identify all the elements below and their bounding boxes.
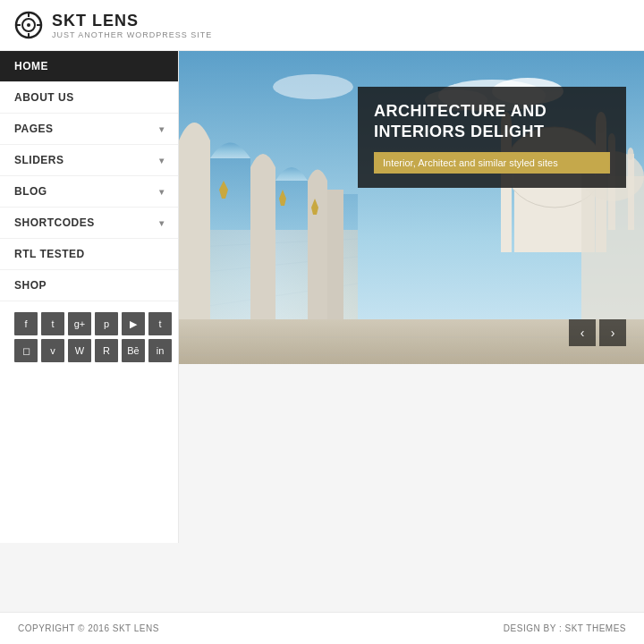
svg-point-11 xyxy=(273,74,353,99)
chevron-down-icon: ▾ xyxy=(159,187,165,197)
nav-item-shop[interactable]: SHOP xyxy=(0,270,178,301)
vimeo-icon[interactable]: v xyxy=(41,339,64,362)
pinterest-icon[interactable]: p xyxy=(95,312,118,335)
copyright-text: COPYRIGHT © 2016 SKT LENS xyxy=(18,623,159,633)
slider-text-overlay: ARCHITECTURE AND INTERIORS DELIGHT Inter… xyxy=(358,87,626,188)
svg-rect-42 xyxy=(628,154,634,230)
credit-text: DESIGN BY : SKT THEMES xyxy=(504,623,626,633)
nav-item-home[interactable]: HOME xyxy=(0,51,178,82)
behance-icon[interactable]: Bē xyxy=(122,339,145,362)
sidebar: HOMEABOUT USPAGES▾SLIDERS▾BLOG▾SHORTCODE… xyxy=(0,51,179,543)
chevron-down-icon: ▾ xyxy=(159,156,165,165)
nav-item-pages[interactable]: PAGES▾ xyxy=(0,114,178,145)
main-layout: HOMEABOUT USPAGES▾SLIDERS▾BLOG▾SHORTCODE… xyxy=(0,51,644,543)
logo-icon xyxy=(14,11,43,39)
nav-item-label: SHOP xyxy=(14,279,47,292)
nav-item-shortcodes[interactable]: SHORTCODES▾ xyxy=(0,208,178,239)
youtube-icon[interactable]: ▶ xyxy=(122,312,145,335)
social-icons: ftg+p▶t◻vWRBēin xyxy=(0,301,178,373)
svg-point-43 xyxy=(628,148,634,160)
nav-item-rtl-tested[interactable]: RTL TESTED xyxy=(0,239,178,270)
nav-item-label: SHORTCODES xyxy=(14,216,95,229)
hero-slider: ARCHITECTURE AND INTERIORS DELIGHT Inter… xyxy=(179,51,644,364)
nav-item-blog[interactable]: BLOG▾ xyxy=(0,176,178,208)
nav-item-label: ABOUT US xyxy=(14,91,74,104)
slider-next-button[interactable]: › xyxy=(599,319,626,346)
twitter-icon[interactable]: t xyxy=(41,312,64,335)
nav-item-label: PAGES xyxy=(14,123,54,135)
nav-menu: HOMEABOUT USPAGES▾SLIDERS▾BLOG▾SHORTCODE… xyxy=(0,51,178,301)
nav-item-label: HOME xyxy=(14,60,48,72)
linkedin-icon[interactable]: in xyxy=(148,339,172,362)
slider-subtitle: Interior, Architect and similar styled s… xyxy=(374,152,610,174)
google-plus-icon[interactable]: g+ xyxy=(68,312,91,335)
chevron-down-icon: ▾ xyxy=(159,218,165,228)
nav-item-sliders[interactable]: SLIDERS▾ xyxy=(0,145,178,176)
nav-item-label: BLOG xyxy=(14,185,47,198)
nav-item-about-us[interactable]: ABOUT US xyxy=(0,82,178,114)
slider-controls: ‹ › xyxy=(569,319,626,346)
instagram-icon[interactable]: ◻ xyxy=(14,339,38,362)
logo-text: SKT LENS JUST ANOTHER WORDPRESS SITE xyxy=(52,12,212,39)
slider-prev-button[interactable]: ‹ xyxy=(569,319,596,346)
svg-point-2 xyxy=(27,23,30,27)
nav-item-label: RTL TESTED xyxy=(14,248,85,260)
site-subtitle: JUST ANOTHER WORDPRESS SITE xyxy=(52,30,212,39)
facebook-icon[interactable]: f xyxy=(14,312,38,335)
rss-icon[interactable]: R xyxy=(95,339,118,362)
chevron-down-icon: ▾ xyxy=(159,124,165,134)
content-spacer xyxy=(179,364,644,543)
main-content: ARCHITECTURE AND INTERIORS DELIGHT Inter… xyxy=(179,51,644,543)
wordpress-icon[interactable]: W xyxy=(68,339,91,362)
nav-item-label: SLIDERS xyxy=(14,154,64,166)
slider-title: ARCHITECTURE AND INTERIORS DELIGHT xyxy=(374,101,610,143)
site-header: SKT LENS JUST ANOTHER WORDPRESS SITE xyxy=(0,0,644,51)
site-title: SKT LENS xyxy=(52,12,212,30)
site-footer: COPYRIGHT © 2016 SKT LENS DESIGN BY : SK… xyxy=(0,612,644,644)
tumblr-icon[interactable]: t xyxy=(148,312,172,335)
